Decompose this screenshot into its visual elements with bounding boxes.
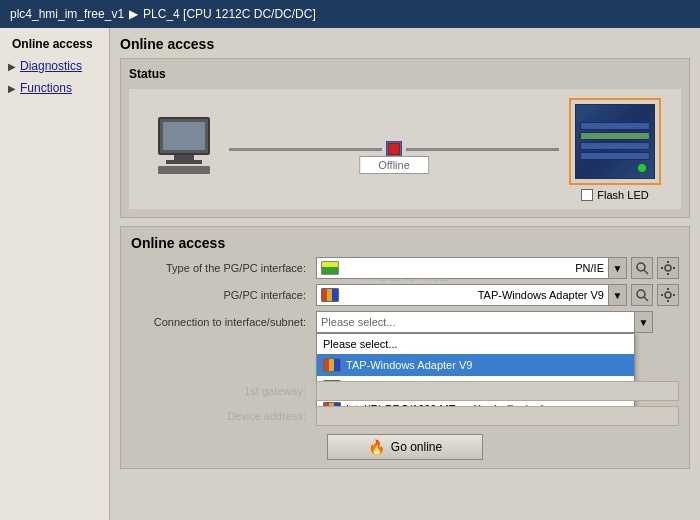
keyboard bbox=[158, 166, 210, 174]
arrow-icon: ▶ bbox=[8, 61, 16, 72]
pg-pc-interface-type-dropdown-arrow[interactable]: ▼ bbox=[609, 257, 627, 279]
svg-point-2 bbox=[665, 265, 671, 271]
dropdown-item-tap-label: TAP-Windows Adapter V9 bbox=[346, 359, 472, 371]
device-address-row: Device address: bbox=[131, 406, 679, 426]
svg-rect-11 bbox=[667, 300, 669, 302]
connection-line-left bbox=[229, 148, 382, 151]
go-online-icon: 🔥 bbox=[368, 439, 385, 455]
pg-pc-interface-select[interactable]: TAP-Windows Adapter V9 bbox=[316, 284, 609, 306]
computer-icon bbox=[149, 117, 219, 182]
monitor-screen bbox=[163, 122, 205, 150]
pg-pc-interface-dropdown-arrow[interactable]: ▼ bbox=[609, 284, 627, 306]
svg-point-7 bbox=[637, 290, 645, 298]
plc-slot-1 bbox=[580, 122, 650, 130]
first-gateway-label: 1st gateway: bbox=[131, 385, 316, 397]
flash-led-label: Flash LED bbox=[597, 189, 648, 201]
device-name: PLC_4 [CPU 1212C DC/DC/DC] bbox=[143, 7, 316, 21]
content-area: Online access Status Offline bbox=[110, 28, 700, 520]
go-online-label: Go online bbox=[391, 440, 442, 454]
dropdown-item-tap-windows[interactable]: TAP-Windows Adapter V9 bbox=[317, 354, 634, 376]
monitor bbox=[158, 117, 210, 155]
plc-slot-2 bbox=[580, 132, 650, 140]
config-icon-btn-1[interactable] bbox=[657, 257, 679, 279]
svg-point-9 bbox=[665, 292, 671, 298]
offline-indicator: Offline bbox=[359, 156, 429, 174]
pg-pc-interface-label: PG/PC interface: bbox=[131, 289, 316, 301]
plc-slots bbox=[580, 122, 650, 160]
plc-slot-3 bbox=[580, 142, 650, 150]
first-gateway-row: 1st gateway: bbox=[131, 381, 679, 401]
search-icon-btn-1[interactable] bbox=[631, 257, 653, 279]
flash-led-row: Flash LED bbox=[581, 189, 648, 201]
svg-rect-6 bbox=[673, 267, 675, 269]
sidebar: Online access ▶ Diagnostics ▶ Functions bbox=[0, 28, 110, 520]
plc-slot-4 bbox=[580, 152, 650, 160]
pg-pc-interface-type-row: Type of the PG/PC interface: PN/IE ▼ bbox=[131, 257, 679, 279]
svg-rect-5 bbox=[661, 267, 663, 269]
online-access-title: Online access bbox=[131, 235, 679, 251]
go-online-button[interactable]: 🔥 Go online bbox=[327, 434, 483, 460]
arrow-icon: ▶ bbox=[8, 83, 16, 94]
sidebar-item-functions[interactable]: ▶ Functions bbox=[0, 77, 109, 99]
main-layout: Online access ▶ Diagnostics ▶ Functions … bbox=[0, 28, 700, 520]
svg-rect-12 bbox=[661, 294, 663, 296]
pg-pc-interface-type-select[interactable]: PN/IE bbox=[316, 257, 609, 279]
connection-subnet-placeholder: Please select... bbox=[321, 316, 396, 328]
status-panel: Status Offline bbox=[120, 58, 690, 218]
plc-led bbox=[638, 164, 646, 172]
plc-wrapper bbox=[569, 98, 661, 185]
pg-pc-interface-control: TAP-Windows Adapter V9 ▼ bbox=[316, 284, 679, 306]
gear-icon bbox=[661, 261, 675, 275]
connection-node-inner bbox=[388, 143, 400, 155]
svg-rect-13 bbox=[673, 294, 675, 296]
search-icon bbox=[635, 288, 649, 302]
monitor-base bbox=[166, 160, 202, 164]
svg-rect-3 bbox=[667, 261, 669, 263]
first-gateway-control bbox=[316, 381, 679, 401]
network-adapter-icon bbox=[321, 288, 339, 302]
sidebar-item-online-access[interactable]: Online access bbox=[0, 33, 109, 55]
svg-point-0 bbox=[637, 263, 645, 271]
status-diagram: Offline bbox=[129, 89, 681, 209]
pg-pc-interface-type-control: PN/IE ▼ bbox=[316, 257, 679, 279]
pnie-icon bbox=[321, 261, 339, 275]
connection-subnet-control: Please select... ▼ Please select... TAP-… bbox=[316, 311, 679, 333]
connection-node bbox=[386, 141, 402, 157]
svg-rect-10 bbox=[667, 288, 669, 290]
page-title: Online access bbox=[120, 36, 690, 52]
search-icon-btn-2[interactable] bbox=[631, 284, 653, 306]
flash-led-checkbox[interactable] bbox=[581, 189, 593, 201]
breadcrumb-arrow: ▶ bbox=[129, 7, 138, 21]
connection-subnet-row: Connection to interface/subnet: Please s… bbox=[131, 311, 679, 333]
connection-subnet-dropdown-arrow[interactable]: ▼ bbox=[635, 311, 653, 333]
connection-subnet-label: Connection to interface/subnet: bbox=[131, 316, 316, 328]
pg-pc-interface-type-label: Type of the PG/PC interface: bbox=[131, 262, 316, 274]
online-access-panel: Online access © BLAJA.cz Type of the PG/… bbox=[120, 226, 690, 469]
tap-adapter-icon bbox=[323, 358, 341, 372]
connection-line-right bbox=[406, 148, 559, 151]
connection-area: Offline bbox=[219, 141, 569, 157]
svg-rect-4 bbox=[667, 273, 669, 275]
search-icon bbox=[635, 261, 649, 275]
connection-subnet-select[interactable]: Please select... bbox=[316, 311, 635, 333]
device-address-label: Device address: bbox=[131, 410, 316, 422]
config-icon-btn-2[interactable] bbox=[657, 284, 679, 306]
status-title: Status bbox=[129, 67, 681, 81]
gear-icon bbox=[661, 288, 675, 302]
svg-line-8 bbox=[644, 297, 648, 301]
project-name: plc4_hmi_im_free_v1 bbox=[10, 7, 124, 21]
go-online-row: 🔥 Go online bbox=[131, 434, 679, 460]
svg-line-1 bbox=[644, 270, 648, 274]
dropdown-item-please-select[interactable]: Please select... bbox=[317, 334, 634, 354]
device-address-control bbox=[316, 406, 679, 426]
title-bar: plc4_hmi_im_free_v1 ▶ PLC_4 [CPU 1212C D… bbox=[0, 0, 700, 28]
sidebar-item-diagnostics[interactable]: ▶ Diagnostics bbox=[0, 55, 109, 77]
pg-pc-interface-row: PG/PC interface: TAP-Windows Adapter V9 … bbox=[131, 284, 679, 306]
plc-device bbox=[575, 104, 655, 179]
